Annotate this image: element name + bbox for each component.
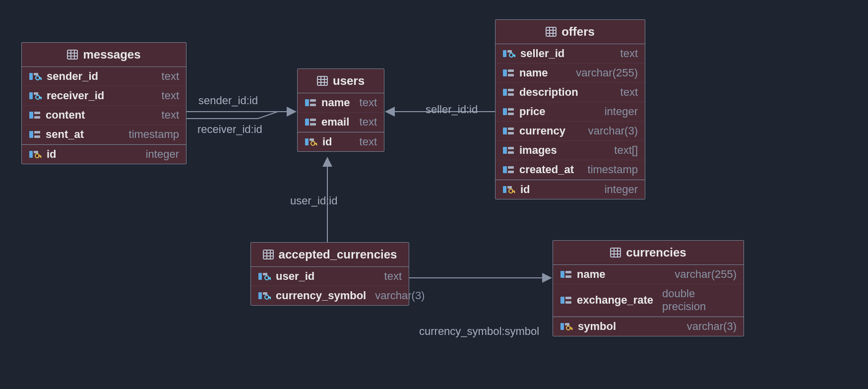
column-offers-id[interactable]: idinteger <box>496 180 645 199</box>
column-icon <box>502 87 514 97</box>
column-name: currency <box>519 125 565 137</box>
column-offers-created_at[interactable]: created_attimestamp <box>496 160 645 180</box>
svg-rect-33 <box>310 104 316 106</box>
svg-rect-34 <box>305 119 309 126</box>
svg-rect-18 <box>29 131 33 138</box>
svg-rect-31 <box>305 99 309 106</box>
column-offers-price[interactable]: priceinteger <box>496 102 645 122</box>
column-offers-currency[interactable]: currencyvarchar(3) <box>496 122 645 141</box>
svg-rect-85 <box>258 292 262 299</box>
table-header-messages[interactable]: messages <box>22 43 186 67</box>
svg-rect-68 <box>508 166 514 169</box>
svg-rect-84 <box>270 278 271 280</box>
svg-rect-53 <box>508 69 514 72</box>
column-name: receiver_id <box>47 89 104 102</box>
column-messages-content[interactable]: contenttext <box>22 106 186 125</box>
column-type: double precision <box>662 287 737 313</box>
column-type: varchar(255) <box>675 268 737 281</box>
column-offers-description[interactable]: descriptiontext <box>496 83 645 102</box>
column-icon <box>502 68 514 78</box>
table-messages[interactable]: messages sender_idtext receiver_idtext c… <box>21 42 186 164</box>
column-users-name[interactable]: nametext <box>298 93 384 113</box>
column-messages-sent_at[interactable]: sent_attimestamp <box>22 125 186 144</box>
table-icon <box>263 250 274 259</box>
column-messages-receiver_id[interactable]: receiver_idtext <box>22 86 186 106</box>
column-type: text <box>162 89 179 102</box>
column-icon <box>502 165 514 175</box>
column-name: seller_id <box>520 47 564 60</box>
relation-label: sender_id:id <box>198 94 258 107</box>
table-header-offers[interactable]: offers <box>496 20 645 44</box>
table-header-accepted_currencies[interactable]: accepted_currencies <box>251 243 409 267</box>
column-currencies-symbol[interactable]: symbolvarchar(3) <box>553 317 744 336</box>
column-type: text <box>360 96 377 109</box>
table-icon <box>610 248 621 258</box>
column-type: timestamp <box>588 163 638 176</box>
column-name: id <box>47 148 57 161</box>
table-icon <box>317 76 328 86</box>
column-accepted_currencies-currency_symbol[interactable]: currency_symbolvarchar(3) <box>251 286 409 305</box>
column-name: user_id <box>276 270 314 283</box>
column-type: integer <box>605 105 638 118</box>
svg-rect-57 <box>508 93 514 96</box>
svg-rect-99 <box>565 297 571 299</box>
primary-key-icon <box>305 137 317 147</box>
column-type: varchar(3) <box>687 320 737 333</box>
column-messages-sender_id[interactable]: sender_idtext <box>22 67 186 86</box>
table-title: accepted_currencies <box>279 248 397 261</box>
table-currencies[interactable]: currencies namevarchar(255) exchange_rat… <box>553 240 744 336</box>
svg-rect-17 <box>34 116 40 119</box>
svg-rect-74 <box>514 192 515 193</box>
svg-rect-61 <box>503 128 507 134</box>
svg-rect-105 <box>571 328 573 330</box>
column-name: name <box>321 96 350 109</box>
column-users-email[interactable]: emailtext <box>298 113 384 132</box>
table-users[interactable]: users nametext emailtext idtext <box>297 68 384 152</box>
svg-rect-89 <box>270 298 271 299</box>
svg-rect-65 <box>508 147 514 149</box>
column-currencies-exchange_rate[interactable]: exchange_ratedouble precision <box>553 284 744 317</box>
column-name: sent_at <box>46 128 84 141</box>
foreign-key-icon <box>29 71 42 81</box>
svg-rect-25 <box>40 156 42 158</box>
table-title: offers <box>561 25 595 39</box>
svg-rect-38 <box>310 138 314 141</box>
column-type: text <box>620 86 638 99</box>
svg-rect-69 <box>508 171 514 173</box>
column-icon <box>560 295 572 305</box>
column-type: timestamp <box>129 128 179 141</box>
svg-rect-86 <box>263 292 267 295</box>
column-name: price <box>519 105 546 118</box>
column-type: text <box>162 70 179 83</box>
column-offers-images[interactable]: imagestext[] <box>496 141 645 160</box>
svg-rect-15 <box>29 112 33 119</box>
svg-rect-21 <box>29 151 33 158</box>
column-type: text <box>162 109 179 122</box>
svg-rect-58 <box>503 108 507 115</box>
column-currencies-name[interactable]: namevarchar(255) <box>553 265 744 284</box>
table-offers[interactable]: offers seller_idtext namevarchar(255) de… <box>495 19 645 199</box>
column-accepted_currencies-user_id[interactable]: user_idtext <box>251 267 409 286</box>
column-name: created_at <box>519 163 574 176</box>
svg-rect-19 <box>34 131 40 133</box>
column-icon <box>29 130 41 139</box>
column-offers-name[interactable]: namevarchar(255) <box>496 64 645 83</box>
column-name: description <box>519 86 578 99</box>
table-accepted_currencies[interactable]: accepted_currencies user_idtext currency… <box>250 242 409 306</box>
column-name: name <box>577 268 605 281</box>
svg-rect-9 <box>41 78 42 80</box>
column-offers-seller_id[interactable]: seller_idtext <box>496 44 645 64</box>
column-icon <box>560 269 572 279</box>
column-name: email <box>321 116 349 129</box>
column-users-id[interactable]: idtext <box>298 132 384 151</box>
column-type: varchar(3) <box>375 289 425 302</box>
column-type: integer <box>146 148 179 161</box>
column-messages-id[interactable]: idinteger <box>22 144 186 164</box>
table-header-currencies[interactable]: currencies <box>553 241 744 265</box>
relation-label: currency_symbol:symbol <box>419 325 539 338</box>
table-header-users[interactable]: users <box>298 69 384 93</box>
svg-rect-14 <box>41 98 42 99</box>
column-icon <box>305 98 316 108</box>
column-type: text[] <box>614 144 638 157</box>
svg-rect-101 <box>560 323 564 330</box>
